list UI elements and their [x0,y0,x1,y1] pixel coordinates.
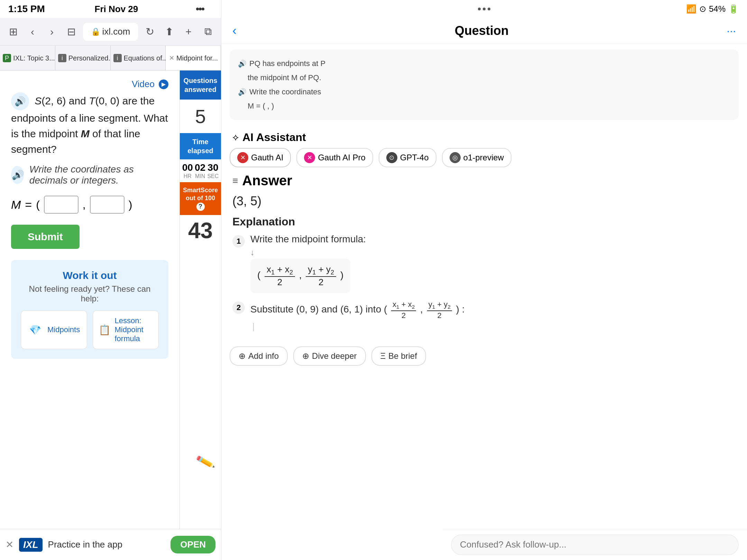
instruction-text: 🔊 Write the coordinates as decimals or i… [11,164,168,186]
video-label: Video [132,79,155,90]
resource-cards: 💎 Midpoints 📋 Lesson: Midpoint formula [21,310,159,349]
tab-ixl[interactable]: P IXL: Topic 3... [0,46,55,71]
tab-o1-preview[interactable]: ◎ o1-preview [442,148,511,167]
gauth-label: Gauth AI [251,153,283,162]
answer-section: ≡ Answer (3, 5) Explanation 1 Write the … [221,173,747,338]
sidebar-toggle-icon[interactable]: ⊞ [6,24,21,39]
tab-label-4: Midpoint for... [176,54,218,62]
forward-icon[interactable]: › [44,24,59,39]
q-text-2: the midpoint M of PQ. [248,72,321,83]
reload-icon[interactable]: ↻ [142,24,157,39]
answer-lines-icon: ≡ [232,175,238,186]
submit-button[interactable]: Submit [11,225,80,249]
y-coord-input[interactable] [90,196,124,214]
right-status-icons: 📶 ⊙ 54% 🔋 [490,4,739,14]
tab-personalized[interactable]: i Personalized... [55,46,111,71]
tab-gpt4o[interactable]: ⊙ GPT-4o [379,148,436,167]
ixl-logo: IXL [19,538,43,552]
right-panel: 📶 ⊙ 54% 🔋 ‹ Question ··· 🔊 PQ has endpoi… [221,0,747,560]
hours-col: 00 HR [182,162,193,179]
lesson-icon: 📋 [99,321,111,338]
q-line-2: the midpoint M of PQ. [238,72,730,83]
midpoints-card[interactable]: 💎 Midpoints [21,310,87,349]
be-brief-icon: Ξ [380,351,386,361]
step-2-line [253,323,254,331]
question-text: 🔊 S(2, 6) and T(0, 0) are the endpoints … [11,92,168,157]
ai-assistant-title: AI Assistant [242,131,306,144]
add-info-label: Add info [248,351,279,361]
video-button[interactable]: Video ▶ [11,79,168,90]
step-1-arrow: ↓ [250,248,736,257]
midpoints-label: Midpoints [47,325,80,334]
ai-header: ‹ Question ··· [221,18,747,44]
gauth-icon: ✕ [237,152,248,163]
dive-deeper-icon: ⊕ [302,351,309,361]
o1-label: o1-preview [463,153,504,162]
minutes-value: 02 [195,162,205,173]
seconds-col: 30 SEC [207,162,219,179]
x-coord-input[interactable] [44,196,79,214]
q-line-1: 🔊 PQ has endpoints at P [238,58,730,69]
followup-bar [443,529,747,560]
time-elapsed-label: Time elapsed [187,138,213,155]
followup-input[interactable] [451,534,739,555]
equals-label: = [25,198,32,212]
banner-close-icon[interactable]: ✕ [6,539,13,550]
browser-tabs: P IXL: Topic 3... i Personalized... i Eq… [0,46,221,71]
signal-icon: ⊙ [699,4,706,14]
q-text-3: Write the coordinates [249,86,321,97]
url-bar[interactable]: 🔒 ixl.com [83,23,138,41]
tab-favicon-1: P [3,54,11,62]
battery-icon: 🔋 [728,4,739,14]
lesson-card[interactable]: 📋 Lesson: Midpoint formula [93,310,159,349]
step-num-1: 1 [232,235,245,248]
time-digits: 00 HR 02 MIN 30 SEC [180,159,221,182]
min-label: MIN [195,173,205,179]
question-title: Question [455,24,509,38]
share-icon[interactable]: ⬆ [162,24,177,39]
q-speaker-1: 🔊 [238,58,247,69]
status-dots [478,8,490,10]
tabs-count-icon[interactable]: ⧉ [200,24,215,39]
tab-midpoint[interactable]: ✕ Midpoint for... [166,46,221,71]
smart-score-help-icon[interactable]: ? [196,203,205,211]
status-indicators [188,0,213,18]
more-options-icon[interactable]: ··· [727,25,736,37]
tab-gauth-ai[interactable]: ✕ Gauth AI [230,148,291,167]
wifi-icon: 📶 [686,4,697,14]
back-icon[interactable]: ‹ [25,24,40,39]
speaker-icon-1[interactable]: 🔊 [11,92,29,110]
gpt4o-icon: ⊙ [386,152,397,163]
open-app-button[interactable]: OPEN [170,536,215,553]
midpoints-icon: 💎 [27,321,43,338]
app-banner: ✕ IXL Practice in the app OPEN [0,529,221,560]
tab-gauth-ai-pro[interactable]: ✕ Gauth AI Pro [296,148,373,167]
add-info-button[interactable]: ⊕ Add info [230,346,288,366]
tab-close-icon[interactable]: ✕ [169,54,174,62]
step-2-title: Substitute (0, 9) and (6, 1) into ( x1 +… [250,300,736,320]
work-section: Work it out Not feeling ready yet? These… [11,260,168,359]
answer-header: ≡ Answer [232,173,736,188]
hours-value: 00 [182,162,193,173]
be-brief-button[interactable]: Ξ Be brief [371,346,426,366]
add-info-icon: ⊕ [239,351,246,361]
midpoint-formula: ( x1 + x2 2 , y1 + y2 2 ) [250,259,350,293]
tabs-icon[interactable]: ⊟ [64,24,79,39]
status-dot-3 [488,8,490,10]
tab-equations[interactable]: i Equations of... [111,46,166,71]
formula-open-paren: ( [257,270,260,280]
formula-y-frac: y1 + y2 2 [306,264,336,288]
ixl-main-content: Video ▶ 🔊 S(2, 6) and T(0, 0) are the en… [0,71,179,560]
comma-label: , [83,198,86,211]
question-card-content: 🔊 PQ has endpoints at P the midpoint M o… [238,58,730,112]
step2-x-frac: x1 + x2 2 [391,300,416,320]
speaker-icon-2[interactable]: 🔊 [11,166,24,184]
left-panel: 1:15 PM Fri Nov 29 ⊞ ‹ › ⊟ 🔒 ixl.com ↻ ⬆… [0,0,221,560]
add-tab-icon[interactable]: + [181,24,196,39]
action-buttons: ⊕ Add info ⊕ Dive deeper Ξ Be brief [221,341,747,371]
midpoint-input-row: M = ( , ) [11,196,168,214]
dive-deeper-button[interactable]: ⊕ Dive deeper [293,346,366,366]
ai-diamond-icon: ⟡ [232,132,239,143]
back-button[interactable]: ‹ [232,24,237,38]
score-number: 43 [180,215,221,246]
